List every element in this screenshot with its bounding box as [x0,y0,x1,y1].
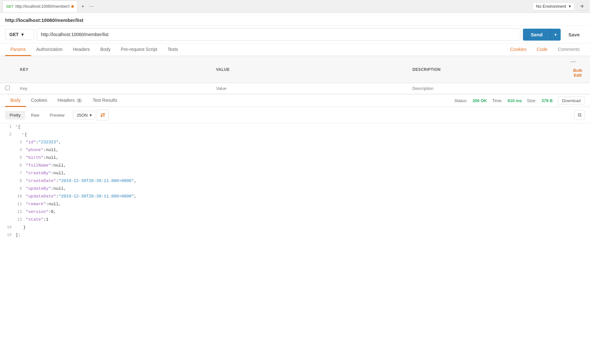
json-colon: : [46,201,48,208]
collapse-arrow[interactable]: ▾ [15,123,17,129]
line-number: 1 [3,123,15,130]
resp-tab-body[interactable]: Body [5,94,26,107]
json-key: "id" [26,139,36,146]
param-checkbox[interactable] [5,86,10,90]
send-dropdown-button[interactable]: ▾ [550,29,561,41]
json-bracket: { [25,131,27,138]
json-line-13: 13 "state" : 1 [0,216,590,224]
line-number: 13 [13,216,26,223]
json-line-15: 15 ] | [0,232,590,239]
json-line-11: 11 "remark" : null , [0,201,590,208]
json-colon: : [51,185,54,192]
line-number: 8 [13,177,26,184]
json-key: "updateDate" [26,193,56,200]
json-comma: , [64,170,66,177]
json-key: "version" [26,208,48,216]
size-label: Size: [527,98,536,103]
desc-col-header: DESCRIPTION [407,56,565,83]
line-number: 6 [13,162,26,169]
json-key: "state" [26,216,44,223]
json-colon: : [36,139,38,146]
env-eye-button[interactable]: 👁 [577,2,587,11]
json-comma: , [64,185,66,192]
tab-cookies[interactable]: Cookies [505,43,532,56]
method-label: GET [9,32,19,37]
env-selector: No Environment ▾ 👁 [533,2,587,11]
preview-view-button[interactable]: Preview [45,111,69,120]
send-button[interactable]: Send [523,29,550,41]
json-line-8: 8 "createDate" : "2019-12-30T20:39:11.00… [0,177,590,185]
json-line-5: 5 "birth" : null , [0,154,590,162]
more-options-icon[interactable]: ··· [571,59,576,65]
param-desc-input[interactable] [412,86,560,91]
line-number: 14 [3,224,15,231]
format-chevron-icon: ▾ [90,113,92,118]
json-value: null [46,154,56,161]
param-key-input[interactable] [20,86,206,91]
bulk-edit-button[interactable]: Bulk Edit [571,65,585,80]
json-colon: : [51,170,54,177]
json-line-1: 1 ▾ [ [0,123,590,131]
json-line-14: 14 } [0,224,590,232]
status-label: Status: [454,98,467,103]
tab-body[interactable]: Body [95,43,116,56]
tab-code[interactable]: Code [532,43,553,56]
json-comma: , [58,201,61,208]
collapse-arrow[interactable]: ▾ [22,131,24,137]
resp-tab-headers[interactable]: Headers 5 [53,94,88,107]
json-bracket: ] [15,232,18,239]
url-title-section: http://localhost:10060/member/list [0,13,590,26]
response-status-bar: Status: 200 OK Time: 610 ms Size: 379 B … [454,97,585,105]
environment-dropdown[interactable]: No Environment ▾ [533,2,575,10]
wrap-button[interactable]: ⇄ [97,110,109,120]
json-line-2: 2 ▾ { [0,131,590,139]
resp-tab-cookies[interactable]: Cookies [26,94,53,107]
url-input[interactable] [37,28,520,41]
line-number: 5 [13,154,26,161]
json-value: "2019-12-30T20:39:11.000+0000" [58,193,134,200]
json-value: null [54,185,64,192]
json-colon: : [56,177,59,185]
json-value: null [48,201,58,208]
line-number: 11 [13,201,26,207]
json-comma: , [134,193,136,200]
tab-method-badge: GET [6,5,14,8]
tab-headers[interactable]: Headers [68,43,95,56]
tab-prerequest-script[interactable]: Pre-request Script [116,43,162,56]
line-number: 4 [13,147,26,153]
more-tabs-button[interactable]: ··· [88,2,95,11]
new-tab-button[interactable]: + [80,2,85,11]
right-tabs: Cookies Code Comments [505,43,585,56]
raw-view-button[interactable]: Raw [26,111,44,120]
copy-button[interactable]: ⧉ [574,110,585,120]
resp-tab-test-results[interactable]: Test Results [87,94,122,107]
line-number: 9 [13,185,26,192]
method-select[interactable]: GET ▾ [5,29,34,40]
json-comma: , [56,154,59,161]
tab-comments[interactable]: Comments [553,43,585,56]
unsaved-dot [71,5,74,8]
param-value-input[interactable] [216,86,402,91]
json-colon: : [44,216,46,223]
tab-url: http://localhost:10060/member/l [15,4,69,9]
params-table: KEY VALUE DESCRIPTION ··· Bulk Edit [0,56,590,94]
tab-authorization[interactable]: Authorization [31,43,68,56]
request-tabs: Params Authorization Headers Body Pre-re… [0,43,590,56]
json-value: null [54,162,64,169]
method-chevron-icon: ▾ [21,32,24,37]
pretty-view-button[interactable]: Pretty [5,111,25,120]
request-tab[interactable]: GET http://localhost:10060/member/l [3,1,77,12]
json-value: 1 [46,216,48,223]
json-line-9: 9 "updateBy" : null , [0,185,590,193]
env-label: No Environment [536,4,566,9]
body-toolbar: Pretty Raw Preview JSON ▾ ⇄ ⧉ [0,107,590,123]
tab-bar: GET http://localhost:10060/member/l + ··… [0,0,590,13]
tab-tests[interactable]: Tests [162,43,183,56]
checkbox-col-header [0,56,15,83]
format-label: JSON [76,113,88,118]
format-select[interactable]: JSON ▾ [73,111,95,120]
tab-params[interactable]: Params [5,43,31,56]
json-value: null [54,170,64,177]
save-button[interactable]: Save [563,29,585,41]
download-button[interactable]: Download [558,97,585,105]
